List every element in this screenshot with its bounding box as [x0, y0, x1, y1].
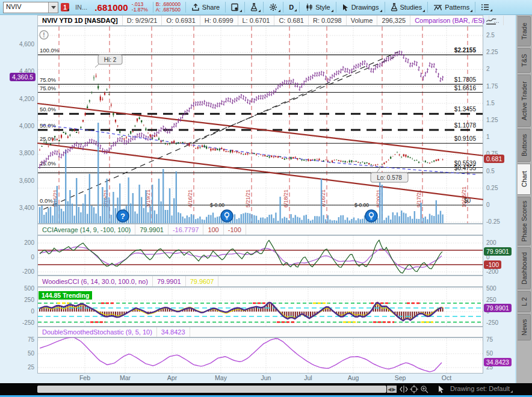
price-badge: -100	[484, 260, 501, 269]
month-label: Jun	[256, 374, 276, 381]
quick-study-button[interactable]	[247, 2, 261, 13]
drawings-button[interactable]: Drawings	[339, 2, 382, 13]
axis-tick: 1.5	[486, 100, 495, 107]
month-label: May	[211, 374, 231, 381]
chart-resize-icon[interactable]	[486, 16, 496, 25]
axis-tick: 1.75	[486, 83, 498, 90]
main-chart-canvas[interactable]: 1/15/212/19/213/19/214/16/215/21/216/18/…	[37, 26, 483, 224]
idea-marker-icon[interactable]	[365, 210, 377, 222]
cci-study-header[interactable]: CCIAverage (14, 9, -100, 100)79.9901-16.…	[37, 224, 483, 235]
right-sidebar-tabs: TradeT&SActive TraderButtonsChartPhase S…	[516, 15, 532, 383]
svg-text:?: ?	[120, 212, 125, 221]
chart-menu-button[interactable]	[478, 2, 492, 12]
stochastic-study-canvas[interactable]	[37, 337, 483, 374]
scrollbar-arrows[interactable]: ◀▶	[387, 386, 397, 393]
share-button[interactable]: Share	[188, 2, 223, 13]
svg-text:75.0%: 75.0%	[40, 76, 56, 83]
axis-tick: 3,600	[19, 177, 34, 185]
events-icon	[231, 3, 239, 11]
ohlc-cell: Volume	[347, 16, 378, 25]
settings-button[interactable]	[266, 2, 280, 13]
sidebar-tab-chart[interactable]: Chart	[518, 164, 531, 195]
month-label: Oct	[436, 374, 457, 381]
axis-tick: -200	[22, 268, 34, 275]
idea-marker-icon[interactable]	[221, 210, 233, 222]
axis-tick: 0.25	[486, 185, 498, 192]
bid-ask: B: .680000A: .687500	[156, 2, 181, 13]
axis-tick: 250	[24, 297, 34, 304]
axis-tick: 0	[31, 308, 34, 315]
axis-tick: 0	[31, 254, 34, 261]
price-badge: 79.9901	[484, 304, 512, 312]
status-bar: ◀▶ Drawing set: Default	[0, 383, 532, 395]
symbol-dropdown-arrow[interactable]	[48, 2, 58, 13]
svg-text:$1.7805: $1.7805	[454, 76, 477, 83]
pan-icon[interactable]	[400, 385, 408, 393]
ohlc-cell: C: 0.681	[274, 16, 309, 25]
style-button[interactable]: Style	[302, 2, 333, 13]
axis-tick: 250	[486, 297, 496, 304]
sidebar-tab-trade[interactable]: Trade	[518, 16, 531, 46]
svg-text:$0.4755: $0.4755	[454, 165, 477, 171]
svg-text:!: !	[43, 32, 45, 38]
month-label: Aug	[343, 374, 363, 381]
symbol-value[interactable]: NVIV	[4, 2, 48, 13]
woodies-study-canvas[interactable]	[37, 287, 483, 327]
axis-tick: -200	[486, 268, 498, 275]
woodies-study-header[interactable]: WoodiesCCI (6, 14, 30.0, 100.0, no)79.99…	[37, 275, 483, 287]
axis-tick: 2.25	[486, 49, 498, 56]
svg-text:$-0.00: $-0.00	[354, 202, 369, 208]
sidebar-tab-t-s[interactable]: T&S	[518, 48, 531, 73]
sidebar-tab-active-trader[interactable]: Active Trader	[518, 75, 531, 127]
ohlc-cell: H: 0.6999	[200, 16, 238, 25]
time-axis: FebMarAprMayJunJulAugSepOct	[37, 374, 483, 383]
chart-ohlc-header: NVIV YTD 1D [NASDAQ] D: 9/29/21O: 0.6931…	[37, 15, 483, 26]
timeframe-button[interactable]: D	[286, 2, 297, 12]
price-badge: 34.8423	[484, 358, 512, 366]
chart-scrollbar[interactable]	[37, 386, 386, 393]
zoom-icon[interactable]	[420, 385, 428, 393]
axis-tick: 75	[486, 336, 493, 343]
axis-tick: -250	[22, 319, 34, 327]
flask-icon	[250, 3, 258, 11]
month-label: Apr	[162, 374, 182, 381]
patterns-button[interactable]: Patterns	[430, 2, 472, 13]
sidebar-tab-news[interactable]: News	[518, 314, 531, 340]
symbol-input[interactable]: NVIV	[3, 2, 58, 13]
axis-tick: 1.25	[486, 117, 498, 124]
drawing-set-dropdown[interactable]	[510, 390, 513, 393]
axis-tick: 25	[28, 364, 34, 371]
axis-tick: 1	[486, 134, 490, 141]
sidebar-tab-buttons[interactable]: Buttons	[518, 129, 531, 162]
axis-tick: 4,600	[19, 41, 34, 48]
ohlc-cell: D: 9/29/21	[123, 16, 162, 25]
stochastic-study-header[interactable]: DoubleSmoothedStochastic (9, 5, 10)34.84…	[37, 327, 483, 337]
studies-button[interactable]: Studies	[388, 2, 425, 13]
candlestick-icon	[305, 3, 313, 11]
svg-text:$1.6616: $1.6616	[454, 85, 477, 91]
alerts-badge[interactable]: 1	[61, 3, 69, 11]
axis-tick: 4,000	[19, 123, 34, 130]
sidebar-tab-dashboard[interactable]: Dashboard	[518, 247, 531, 289]
svg-text:25.0%: 25.0%	[40, 160, 56, 167]
crosshair-icon[interactable]	[410, 385, 418, 393]
sidebar-tab-l-2[interactable]: L 2	[518, 291, 531, 312]
cci-study-canvas[interactable]	[37, 235, 483, 275]
patterns-icon	[433, 4, 442, 11]
svg-text:$0.9105: $0.9105	[454, 135, 477, 142]
sidebar-tab-phase-scores[interactable]: Phase Scores	[518, 197, 531, 245]
cursor-icon	[342, 4, 349, 11]
svg-text:100.0%: 100.0%	[40, 47, 60, 54]
study-name: DoubleSmoothedStochastic (9, 5, 10)	[38, 327, 157, 337]
svg-text:Hi: 2: Hi: 2	[104, 57, 117, 63]
axis-tick: -0.25	[486, 218, 500, 226]
svg-text:75.0%: 75.0%	[40, 85, 56, 91]
cursor-mode-icon[interactable]	[437, 385, 445, 393]
trading-platform-window: NVIV 1 IN... .681000 -.013-1.87% B: .680…	[0, 0, 532, 397]
events-button[interactable]	[228, 2, 242, 13]
study-name: CCIAverage (14, 9, -100, 100)	[38, 224, 135, 235]
svg-text:$1.1078: $1.1078	[454, 122, 477, 129]
axis-tick: 500	[24, 285, 34, 292]
axis-tick: -250	[486, 319, 498, 327]
drawing-set-label[interactable]: Drawing set: Default	[450, 385, 510, 392]
